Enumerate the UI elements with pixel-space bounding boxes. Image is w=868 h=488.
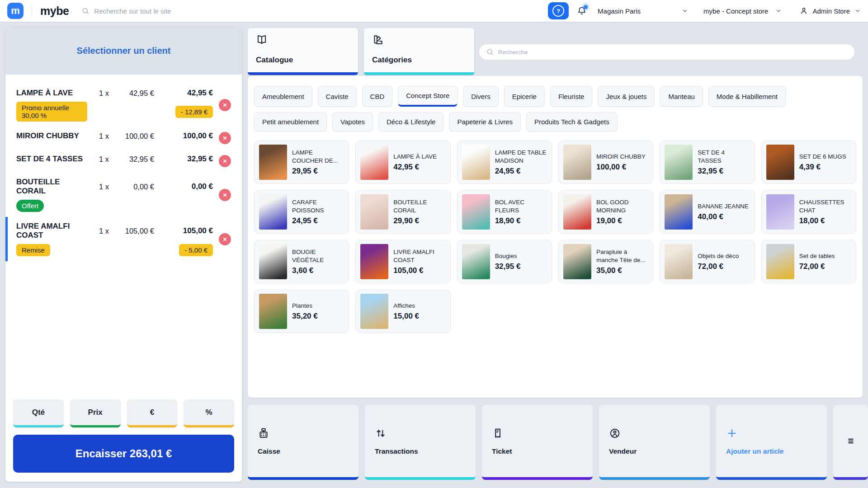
product-card[interactable]: CHAUSSETTES CHAT 18,00 € <box>761 190 856 234</box>
category-chip[interactable]: Fleuriste <box>550 86 593 107</box>
bottom-nav-item[interactable]: Caisse <box>248 405 359 480</box>
bottom-nav-item[interactable]: Vendeur <box>599 405 710 480</box>
chevron-down-icon <box>854 8 861 14</box>
product-card[interactable]: Objets de déco 72,00 € <box>660 240 755 283</box>
cart-item-qty: 1 x <box>87 155 109 164</box>
product-card[interactable]: Set de tables 72,00 € <box>761 240 856 283</box>
bottom-nav-item[interactable]: Transactions <box>365 405 476 480</box>
product-grid: LAMPE COUCHER DE... 29,95 € LAMPE À LAVE… <box>254 141 856 333</box>
cart-item[interactable]: LIVRE AMALFI COAST 1 x 105,00 € 105,00 €… <box>5 217 242 261</box>
cart-item-badge: Promo annuelle 30,00 % <box>16 102 87 122</box>
notifications-button[interactable] <box>577 6 587 16</box>
catalog-search-placeholder: Recherche <box>498 49 528 56</box>
product-card[interactable]: BOL GOOD MORNING 19,00 € <box>558 190 653 234</box>
modifier-button[interactable]: Qté <box>13 399 64 427</box>
product-card[interactable]: LAMPE COUCHER DE... 29,95 € <box>254 141 349 184</box>
user-menu[interactable]: Admin Store <box>800 7 861 15</box>
bottom-nav-item[interactable]: Ajouter un article <box>716 405 827 480</box>
product-card[interactable]: BOL AVEC FLEURS 18,90 € <box>457 190 552 234</box>
product-card[interactable]: Plantes 35,20 € <box>254 290 349 333</box>
product-card[interactable]: Affiches 15,00 € <box>355 290 450 333</box>
brand-logo: mybe <box>40 5 69 18</box>
product-card[interactable]: LAMPE À LAVE 42,95 € <box>355 141 450 184</box>
product-image <box>665 244 693 279</box>
top-bar: m mybe Recherche sur tout le site ? Maga… <box>0 0 868 22</box>
product-name: LAMPE COUCHER DE... <box>292 149 344 164</box>
tab[interactable]: Catégories <box>364 28 474 75</box>
remove-item-button[interactable] <box>219 99 231 111</box>
checkout-button[interactable]: Encaisser 263,01 € <box>13 435 234 473</box>
category-chip[interactable]: Déco & Lifestyle <box>378 112 443 131</box>
cart-item[interactable]: BOUTEILLE CORAIL 1 x 0,00 € 0,00 € Offer… <box>5 173 242 217</box>
category-chip[interactable]: Produits Tech & Gadgets <box>526 112 618 131</box>
global-search-input[interactable]: Recherche sur tout le site <box>81 7 171 15</box>
product-card[interactable]: LAMPE DE TABLE MADISON 24,95 € <box>457 141 552 184</box>
select-client-button[interactable]: Sélectionner un client <box>5 27 242 75</box>
product-card[interactable]: SET DE 6 MUGS 4,39 € <box>761 141 856 184</box>
menu-icon <box>846 436 856 446</box>
search-icon <box>486 48 494 56</box>
app-logo[interactable]: m <box>7 3 24 19</box>
product-card[interactable]: BOUGIE VÉGÉTALE 3,60 € <box>254 240 349 283</box>
remove-item-button[interactable] <box>219 132 231 144</box>
product-image <box>360 145 388 180</box>
category-chip[interactable]: Manteau <box>660 86 703 107</box>
product-card[interactable]: SET DE 4 TASSES 32,95 € <box>660 141 755 184</box>
cart-item-total: 32,95 € <box>154 155 213 164</box>
category-chip[interactable]: Ameublement <box>254 86 312 107</box>
tab[interactable]: Catalogue <box>248 28 358 75</box>
category-chip[interactable]: Concept Store <box>398 86 458 107</box>
category-chip[interactable]: Epicerie <box>504 86 545 107</box>
close-icon <box>222 158 228 164</box>
cart-item[interactable]: MIROIR CHUBBY 1 x 100,00 € 100,00 € <box>5 127 242 150</box>
modifier-button[interactable]: Prix <box>70 399 121 427</box>
product-info: LAMPE COUCHER DE... 29,95 € <box>292 149 344 176</box>
remove-item-button[interactable] <box>219 233 231 245</box>
category-chip[interactable]: Petit ameublement <box>254 112 327 131</box>
product-info: BOL GOOD MORNING 19,00 € <box>596 198 648 225</box>
product-price: 72,00 € <box>799 262 835 271</box>
product-price: 19,00 € <box>596 216 648 225</box>
category-chip[interactable]: Mode & Habillement <box>708 86 786 107</box>
product-name: BOL GOOD MORNING <box>596 198 648 214</box>
cash-register-icon <box>258 427 269 439</box>
product-name: LAMPE DE TABLE MADISON <box>495 149 547 164</box>
product-card[interactable]: Bougies 32,95 € <box>457 240 552 283</box>
cart-items-list: LAMPE À LAVE 1 x 42,95 € 42,95 € Promo a… <box>5 75 242 399</box>
product-card[interactable]: CARAFE POISSONS 24,95 € <box>254 190 349 234</box>
product-card[interactable]: BANANE JEANNE 40,00 € <box>660 190 755 234</box>
category-chip[interactable]: Divers <box>463 86 499 107</box>
product-price: 35,20 € <box>292 312 318 321</box>
store-selector[interactable]: Magasin Paris <box>598 7 688 15</box>
category-chip[interactable]: CBD <box>362 86 393 107</box>
product-price: 24,95 € <box>495 167 547 176</box>
category-chip[interactable]: Vapotes <box>332 112 373 131</box>
bottom-nav-label: Vendeur <box>609 447 700 455</box>
modifier-button[interactable]: € <box>127 399 178 427</box>
catalog-search-input[interactable]: Recherche <box>479 44 854 60</box>
register-selector[interactable]: mybe - Concept store <box>703 7 782 15</box>
product-price: 42,95 € <box>393 163 437 172</box>
menu-button[interactable] <box>833 405 868 480</box>
remove-item-button[interactable] <box>219 155 231 167</box>
product-info: Bougies 32,95 € <box>495 252 521 272</box>
category-chip[interactable]: Papeterie & Livres <box>449 112 521 131</box>
modifier-button[interactable]: % <box>184 399 234 427</box>
cart-item[interactable]: LAMPE À LAVE 1 x 42,95 € 42,95 € Promo a… <box>5 84 242 127</box>
product-name: Affiches <box>393 302 419 310</box>
product-card[interactable]: LIVRE AMALFI COAST 105,00 € <box>355 240 450 283</box>
product-card[interactable]: Parapluie à manche Tête de... 35,00 € <box>558 240 653 283</box>
remove-item-button[interactable] <box>219 189 231 201</box>
chevron-down-icon <box>775 8 782 14</box>
help-button[interactable]: ? <box>548 2 569 19</box>
divider <box>32 5 32 17</box>
product-image <box>462 145 490 180</box>
bottom-nav-item[interactable]: Ticket <box>482 405 593 480</box>
product-card[interactable]: MIROIR CHUBBY 100,00 € <box>558 141 653 184</box>
cart-item[interactable]: SET DE 4 TASSES 1 x 32,95 € 32,95 € <box>5 150 242 173</box>
category-chip[interactable]: Jeux & jouets <box>598 86 655 107</box>
product-price: 18,90 € <box>495 216 547 225</box>
category-chip[interactable]: Caviste <box>318 86 357 107</box>
product-card[interactable]: BOUTEILLE CORAIL 29,90 € <box>355 190 450 234</box>
cart-item-qty: 1 x <box>87 132 109 141</box>
